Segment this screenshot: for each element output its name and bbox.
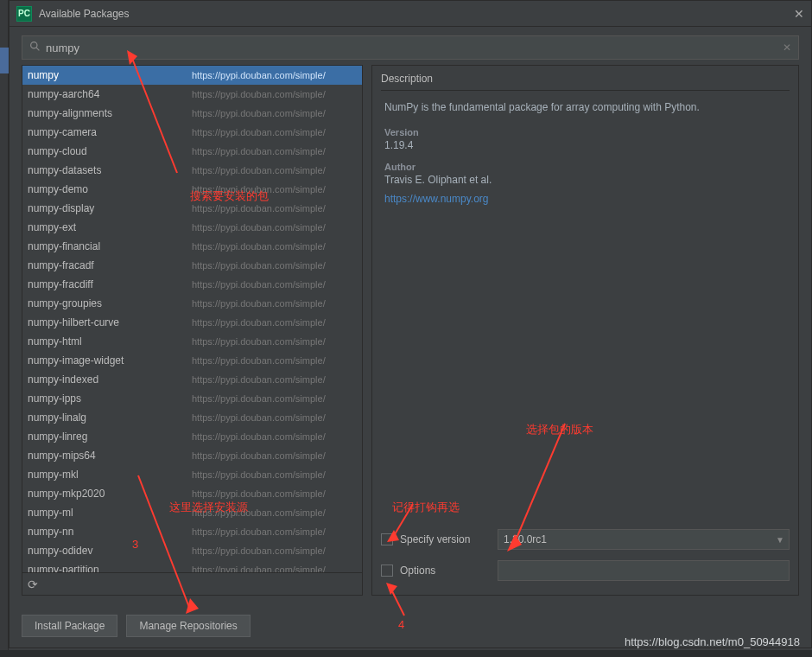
package-name: numpy-image-widget — [28, 354, 192, 367]
package-name: numpy-partition — [28, 564, 192, 572]
package-repo-url: https://pypi.douban.com/simple/ — [192, 89, 357, 99]
package-name: numpy-cloud — [28, 145, 192, 157]
package-name: numpy-hilbert-curve — [28, 316, 192, 328]
package-row[interactable]: numpyhttps://pypi.douban.com/simple/ — [22, 66, 362, 85]
package-row[interactable]: numpy-htmlhttps://pypi.douban.com/simple… — [22, 332, 362, 351]
package-repo-url: https://pypi.douban.com/simple/ — [192, 127, 357, 137]
package-name: numpy-nn — [28, 526, 192, 538]
package-row[interactable]: numpy-financialhttps://pypi.douban.com/s… — [22, 237, 362, 256]
package-row[interactable]: numpy-camerahttps://pypi.douban.com/simp… — [22, 123, 362, 142]
ide-status-bar — [0, 650, 812, 657]
package-name: numpy-mkl — [28, 469, 192, 481]
package-repo-url: https://pypi.douban.com/simple/ — [192, 545, 357, 556]
package-repo-url: https://pypi.douban.com/simple/ — [192, 450, 357, 461]
dialog-buttons: Install Package Manage Repositories — [10, 604, 811, 647]
svg-point-0 — [31, 42, 37, 48]
package-row[interactable]: numpy-aarch64https://pypi.douban.com/sim… — [22, 85, 362, 104]
package-homepage-link[interactable]: https://www.numpy.org — [384, 193, 790, 205]
package-row[interactable]: numpy-indexedhttps://pypi.douban.com/sim… — [22, 370, 362, 389]
install-package-button[interactable]: Install Package — [22, 615, 117, 637]
package-name: numpy-camera — [28, 126, 192, 138]
package-name: numpy-html — [28, 335, 192, 348]
package-name: numpy-alignments — [28, 107, 192, 119]
package-row[interactable]: numpy-image-widgethttps://pypi.douban.co… — [22, 351, 362, 370]
package-repo-url: https://pypi.douban.com/simple/ — [192, 165, 357, 175]
package-name: numpy-demo — [28, 183, 192, 195]
package-repo-url: https://pypi.douban.com/simple/ — [192, 298, 357, 309]
manage-repositories-button[interactable]: Manage Repositories — [126, 615, 250, 637]
dialog-content: numpyhttps://pypi.douban.com/simple/nump… — [10, 65, 811, 604]
package-row[interactable]: numpy-fracadfhttps://pypi.douban.com/sim… — [22, 256, 362, 275]
specify-version-row: Specify version ▼ — [381, 529, 790, 550]
package-name: numpy-odidev — [28, 545, 192, 557]
author-label: Author — [384, 162, 790, 172]
package-name: numpy-ipps — [28, 392, 192, 405]
package-name: numpy-groupies — [28, 297, 192, 309]
package-row[interactable]: numpy-linalghttps://pypi.douban.com/simp… — [22, 408, 362, 427]
close-icon[interactable]: ✕ — [794, 7, 804, 21]
package-name: numpy-display — [28, 202, 192, 214]
specify-version-label: Specify version — [400, 533, 491, 545]
package-row[interactable]: numpy-ippshttps://pypi.douban.com/simple… — [22, 389, 362, 408]
package-repo-url: https://pypi.douban.com/simple/ — [192, 336, 357, 347]
package-repo-url: https://pypi.douban.com/simple/ — [192, 355, 357, 366]
package-details-pane: Description NumPy is the fundamental pac… — [371, 65, 799, 596]
package-row[interactable]: numpy-mlhttps://pypi.douban.com/simple/ — [22, 503, 362, 522]
package-name: numpy — [28, 69, 192, 81]
package-repo-url: https://pypi.douban.com/simple/ — [192, 203, 357, 214]
package-repo-url: https://pypi.douban.com/simple/ — [192, 260, 357, 271]
package-row[interactable]: numpy-exthttps://pypi.douban.com/simple/ — [22, 218, 362, 237]
active-tool-indicator — [0, 48, 9, 73]
package-name: numpy-linalg — [28, 411, 192, 424]
search-input[interactable] — [46, 41, 783, 54]
package-repo-url: https://pypi.douban.com/simple/ — [192, 241, 357, 252]
description-header: Description — [381, 71, 790, 91]
version-value: 1.19.4 — [384, 139, 790, 151]
package-row[interactable]: numpy-mkp2020https://pypi.douban.com/sim… — [22, 484, 362, 503]
package-row[interactable]: numpy-alignmentshttps://pypi.douban.com/… — [22, 104, 362, 123]
package-name: numpy-datasets — [28, 164, 192, 176]
package-row[interactable]: numpy-hilbert-curvehttps://pypi.douban.c… — [22, 313, 362, 332]
package-row[interactable]: numpy-mklhttps://pypi.douban.com/simple/ — [22, 465, 362, 484]
package-repo-url: https://pypi.douban.com/simple/ — [192, 184, 357, 195]
package-row[interactable]: numpy-cloudhttps://pypi.douban.com/simpl… — [22, 142, 362, 161]
package-list-pane: numpyhttps://pypi.douban.com/simple/nump… — [22, 65, 363, 596]
package-row[interactable]: numpy-fracdiffhttps://pypi.douban.com/si… — [22, 275, 362, 294]
available-packages-dialog: PC Available Packages ✕ ✕ numpyhttps://p… — [9, 0, 812, 648]
package-repo-url: https://pypi.douban.com/simple/ — [192, 108, 357, 118]
package-row[interactable]: numpy-partitionhttps://pypi.douban.com/s… — [22, 560, 362, 572]
package-repo-url: https://pypi.douban.com/simple/ — [192, 279, 357, 290]
package-row[interactable]: numpy-nnhttps://pypi.douban.com/simple/ — [22, 522, 362, 541]
package-row[interactable]: numpy-linreghttps://pypi.douban.com/simp… — [22, 427, 362, 446]
package-repo-url: https://pypi.douban.com/simple/ — [192, 412, 357, 423]
package-repo-url: https://pypi.douban.com/simple/ — [192, 146, 357, 156]
package-list[interactable]: numpyhttps://pypi.douban.com/simple/nump… — [22, 66, 362, 572]
specify-version-checkbox[interactable] — [381, 533, 393, 545]
options-checkbox[interactable] — [381, 565, 393, 577]
author-value: Travis E. Oliphant et al. — [384, 174, 790, 186]
package-repo-url: https://pypi.douban.com/simple/ — [192, 70, 357, 80]
version-select[interactable] — [498, 529, 790, 550]
options-row: Options — [381, 560, 790, 581]
dialog-titlebar: PC Available Packages ✕ — [10, 1, 811, 27]
package-repo-url: https://pypi.douban.com/simple/ — [192, 393, 357, 404]
ide-left-gutter — [0, 0, 9, 657]
package-repo-url: https://pypi.douban.com/simple/ — [192, 222, 357, 233]
clear-search-icon[interactable]: ✕ — [783, 41, 791, 54]
package-row[interactable]: numpy-datasetshttps://pypi.douban.com/si… — [22, 161, 362, 180]
package-repo-url: https://pypi.douban.com/simple/ — [192, 317, 357, 328]
package-name: numpy-mkp2020 — [28, 488, 192, 500]
package-row[interactable]: numpy-groupieshttps://pypi.douban.com/si… — [22, 294, 362, 313]
options-input[interactable] — [498, 560, 790, 581]
package-repo-url: https://pypi.douban.com/simple/ — [192, 431, 357, 442]
package-name: numpy-fracdiff — [28, 278, 192, 290]
refresh-icon[interactable]: ⟳ — [28, 577, 38, 591]
list-toolbar: ⟳ — [22, 572, 362, 595]
package-repo-url: https://pypi.douban.com/simple/ — [192, 565, 357, 572]
package-row[interactable]: numpy-odidevhttps://pypi.douban.com/simp… — [22, 541, 362, 560]
package-repo-url: https://pypi.douban.com/simple/ — [192, 488, 357, 499]
options-label: Options — [400, 565, 491, 577]
package-row[interactable]: numpy-mips64https://pypi.douban.com/simp… — [22, 446, 362, 465]
package-row[interactable]: numpy-demohttps://pypi.douban.com/simple… — [22, 180, 362, 199]
package-row[interactable]: numpy-displayhttps://pypi.douban.com/sim… — [22, 199, 362, 218]
